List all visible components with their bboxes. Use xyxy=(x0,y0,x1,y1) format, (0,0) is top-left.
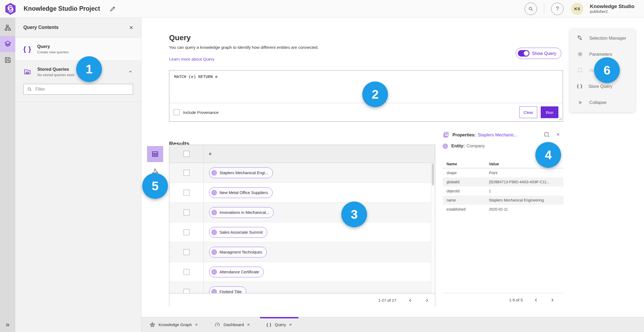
tab-knowledge-graph[interactable]: Knowledge Graph × xyxy=(143,317,204,332)
table-row[interactable]: Sales Associate Summit xyxy=(169,222,435,242)
results-scrollbar[interactable] xyxy=(431,163,435,293)
rail-item-layers[interactable] xyxy=(0,36,15,52)
tab-query[interactable]: { } Query × xyxy=(260,317,298,332)
selection-manager-icon xyxy=(577,35,583,41)
entity-label: Staplers Mechanical Engi... xyxy=(219,170,268,175)
results-next-page-button[interactable] xyxy=(424,298,430,303)
query-description: You can query a knowledge graph to ident… xyxy=(169,45,319,50)
property-value: Point xyxy=(489,171,564,175)
annotation-badge-3: 3 xyxy=(341,202,367,227)
filter-input[interactable] xyxy=(35,87,130,92)
entity-pill[interactable]: Sales Associate Summit xyxy=(209,227,267,238)
tab-label: Dashboard xyxy=(224,322,244,327)
menu-item-label: Parameters xyxy=(589,52,612,57)
close-tab-button[interactable]: × xyxy=(289,322,292,327)
properties-entity-link[interactable]: Staplers Mechanic... xyxy=(478,132,518,137)
scrollbar-thumb[interactable] xyxy=(432,163,434,185)
table-row[interactable]: New Metal Office Suppliers xyxy=(169,183,435,203)
gear-icon xyxy=(577,51,583,57)
entity-pill[interactable]: Staplers Mechanical Engi... xyxy=(209,167,273,178)
expand-rail-button[interactable]: » xyxy=(0,320,15,329)
run-button[interactable]: Run xyxy=(541,106,558,118)
add-to-selection-button[interactable] xyxy=(543,131,550,138)
braces-icon: { } xyxy=(577,84,583,89)
selection-manager-item[interactable]: Selection Manager xyxy=(570,30,635,46)
property-row[interactable]: name Staplers Mechanical Engineering xyxy=(443,196,564,205)
property-row[interactable]: shape Point xyxy=(443,168,564,177)
stored-queries-sublabel: No stored queries exist xyxy=(37,73,74,77)
results-table-header: e xyxy=(169,145,435,163)
properties-title: Properties: xyxy=(452,132,476,137)
topbar-divider xyxy=(544,3,544,15)
close-properties-button[interactable]: × xyxy=(556,132,560,137)
table-row[interactable]: Innovations in Mechanical... xyxy=(169,203,435,222)
avatar[interactable]: KS xyxy=(571,3,583,15)
row-checkbox[interactable] xyxy=(184,170,189,176)
tab-label: Query xyxy=(275,322,286,327)
entity-pill[interactable]: Managment Techniques xyxy=(209,247,267,258)
property-row[interactable]: objectid 1 xyxy=(443,186,564,196)
toggle-on-icon[interactable] xyxy=(518,50,529,57)
show-query-toggle[interactable]: Show Query xyxy=(516,48,561,59)
table-row[interactable]: Firebird Title xyxy=(169,282,435,293)
layers-icon xyxy=(4,40,12,48)
collapse-item[interactable]: » Collapse xyxy=(570,94,635,110)
help-button[interactable]: ? xyxy=(551,3,564,15)
user-info[interactable]: Knowledge Studio publisher2 xyxy=(590,3,634,14)
query-item-label: Query xyxy=(37,44,68,49)
table-view-button[interactable] xyxy=(147,146,163,162)
entity-pill[interactable]: Attendance Certificate xyxy=(209,267,264,277)
tab-dashboard[interactable]: Dashboard × xyxy=(208,317,256,332)
entity-dot-icon xyxy=(211,289,217,293)
close-tab-button[interactable]: × xyxy=(247,322,250,327)
properties-next-page-button[interactable] xyxy=(550,297,555,303)
properties-doc-icon xyxy=(443,132,449,138)
row-checkbox[interactable] xyxy=(184,269,189,275)
row-checkbox[interactable] xyxy=(184,229,189,235)
table-row[interactable]: Managment Techniques xyxy=(169,242,435,262)
results-table-body: Staplers Mechanical Engi... New Metal Of… xyxy=(169,163,435,293)
properties-prev-page-button[interactable] xyxy=(533,297,539,303)
project-title: Knowledge Studio Project xyxy=(24,5,100,12)
entity-pill[interactable]: Firebird Title xyxy=(209,286,246,293)
property-row[interactable]: established 2020-02-11 xyxy=(443,205,564,214)
resize-handle-icon[interactable] xyxy=(559,118,562,121)
tab-label: Knowledge Graph xyxy=(159,322,192,327)
hierarchy-icon xyxy=(4,24,11,31)
row-checkbox[interactable] xyxy=(184,249,189,255)
app-logo-icon[interactable] xyxy=(5,3,16,15)
property-value: 2020-02-11 xyxy=(489,207,564,211)
close-panel-button[interactable]: × xyxy=(129,24,133,31)
entity-pill[interactable]: New Metal Office Suppliers xyxy=(209,187,273,198)
menu-item-label: Store Query xyxy=(588,84,612,89)
clear-button[interactable]: Clear xyxy=(519,106,537,118)
close-tab-button[interactable]: × xyxy=(195,322,198,327)
row-checkbox[interactable] xyxy=(184,289,189,293)
rail-item-save[interactable] xyxy=(0,52,15,68)
chevron-up-icon[interactable] xyxy=(128,69,133,74)
select-all-checkbox[interactable] xyxy=(184,151,189,157)
filter-box xyxy=(23,84,133,95)
row-checkbox[interactable] xyxy=(184,210,189,215)
editor-controls: Include Provenance Clear Run xyxy=(169,103,563,121)
query-list-item[interactable]: { } Query Create new queries xyxy=(15,38,141,61)
search-button[interactable] xyxy=(525,3,537,15)
table-row[interactable]: Staplers Mechanical Engi... xyxy=(169,163,435,183)
topbar-actions: ? KS Knowledge Studio publisher2 xyxy=(525,3,644,15)
entity-pill[interactable]: Innovations in Mechanical... xyxy=(209,207,274,218)
table-row[interactable]: Attendance Certificate xyxy=(169,262,435,282)
results-prev-page-button[interactable] xyxy=(408,298,413,303)
property-row[interactable]: globalid {5D9B4713-F98D-4A53-A59F-C11... xyxy=(443,177,564,186)
rail-item-hierarchy[interactable] xyxy=(0,20,15,36)
top-bar: Knowledge Studio Project ? KS Knowledge … xyxy=(0,0,644,18)
braces-icon: { } xyxy=(266,322,272,327)
annotation-badge-1: 1 xyxy=(76,56,102,82)
edit-title-button[interactable] xyxy=(109,5,116,12)
panel-divider xyxy=(15,102,141,102)
row-checkbox[interactable] xyxy=(184,190,189,196)
annotation-badge-5: 5 xyxy=(142,173,168,199)
entity-dot-icon xyxy=(211,269,217,275)
learn-more-link[interactable]: Learn more about Query xyxy=(169,57,214,62)
include-provenance-checkbox[interactable] xyxy=(174,109,180,115)
entity-type-dot-icon xyxy=(443,144,448,149)
